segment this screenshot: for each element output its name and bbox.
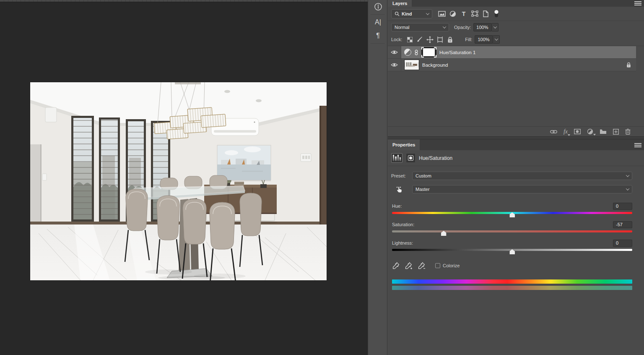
panel-column: Layers Kind bbox=[388, 0, 644, 355]
layer-list: Hue/Saturation 1 bbox=[388, 46, 636, 71]
document-image[interactable] bbox=[30, 82, 327, 280]
fill-value[interactable]: 100% bbox=[475, 35, 493, 44]
subtract-sample-eyedropper-button[interactable] bbox=[418, 262, 426, 269]
filter-smart-objects-button[interactable] bbox=[480, 9, 491, 18]
saturation-slider[interactable] bbox=[392, 229, 632, 236]
eye-icon bbox=[391, 50, 398, 55]
filter-pixel-layers-button[interactable] bbox=[436, 9, 447, 18]
spectrum-after-bar bbox=[392, 286, 632, 290]
paragraph-panel-button[interactable]: ¶ bbox=[368, 29, 388, 42]
filter-adjustment-layers-button[interactable] bbox=[447, 9, 458, 18]
artboard-icon bbox=[436, 37, 444, 43]
layer-list-empty-area bbox=[388, 71, 644, 126]
filter-type-layers-button[interactable]: T bbox=[458, 9, 469, 18]
blend-mode-dropdown[interactable]: Normal bbox=[391, 23, 449, 31]
fill-dropdown-arrow[interactable] bbox=[493, 35, 500, 44]
layer-row-background[interactable]: Background bbox=[388, 59, 636, 71]
add-mask-icon bbox=[574, 129, 581, 134]
targeted-adjustment-tool[interactable] bbox=[391, 185, 409, 193]
photoshop-workspace: A| ¶ Layers Kind bbox=[0, 0, 644, 355]
preset-label: Preset: bbox=[391, 173, 409, 178]
hand-pointer-icon bbox=[396, 185, 404, 193]
eye-icon bbox=[391, 63, 398, 67]
lightness-value-input[interactable]: 0 bbox=[613, 240, 632, 247]
lightness-label: Lightness: bbox=[392, 240, 413, 245]
character-panel-button[interactable]: A| bbox=[368, 16, 388, 29]
spectrum-before-bar bbox=[392, 279, 632, 284]
channel-row: Master bbox=[388, 183, 644, 196]
opacity-value[interactable]: 100% bbox=[473, 23, 492, 31]
dining-room-photo bbox=[30, 82, 327, 280]
dock-separator bbox=[371, 14, 384, 15]
hsl-sliders: Hue: 0 Saturation: -57 Lightness: 0 bbox=[388, 196, 644, 254]
toggle-icon bbox=[494, 10, 499, 18]
canvas-area[interactable] bbox=[0, 0, 368, 355]
lock-label: Lock: bbox=[391, 37, 402, 42]
properties-header: Hue/Saturation bbox=[388, 150, 644, 166]
adjustment-circle-icon bbox=[587, 128, 593, 135]
lock-position-button[interactable] bbox=[425, 35, 435, 44]
shape-icon bbox=[471, 10, 478, 17]
mask-settings-icon[interactable] bbox=[406, 153, 415, 163]
add-sample-eyedropper-button[interactable] bbox=[405, 262, 413, 269]
preset-dropdown[interactable]: Custom bbox=[412, 172, 632, 180]
link-layers-button[interactable] bbox=[550, 130, 557, 134]
channel-value: Master bbox=[415, 187, 430, 192]
layers-tabbar: Layers bbox=[388, 0, 644, 7]
lock-all-button[interactable] bbox=[445, 35, 455, 44]
new-adjustment-layer-button[interactable] bbox=[587, 128, 593, 135]
opacity-dropdown-arrow[interactable] bbox=[492, 23, 499, 31]
new-layer-button[interactable] bbox=[613, 129, 619, 135]
lock-pixels-button[interactable] bbox=[415, 35, 425, 44]
panel-divider[interactable] bbox=[388, 136, 644, 139]
layer-thumbnail[interactable] bbox=[404, 60, 419, 70]
link-icon bbox=[550, 130, 557, 134]
adjustment-settings-icon[interactable] bbox=[391, 153, 402, 163]
type-icon: T bbox=[462, 10, 466, 17]
layer-row-hue-saturation[interactable]: Hue/Saturation 1 bbox=[388, 46, 636, 59]
blend-mode-row: Normal Opacity: 100% bbox=[388, 21, 644, 33]
new-group-button[interactable] bbox=[600, 129, 607, 134]
filter-shape-layers-button[interactable] bbox=[469, 9, 480, 18]
lock-artboard-button[interactable] bbox=[435, 35, 445, 44]
tab-properties[interactable]: Properties bbox=[388, 139, 420, 150]
properties-panel-menu-icon[interactable] bbox=[634, 143, 641, 147]
trash-icon bbox=[625, 128, 631, 135]
layer-visibility-toggle[interactable] bbox=[388, 59, 401, 71]
layer-style-button[interactable]: fx bbox=[564, 128, 568, 135]
info-panel-button[interactable] bbox=[368, 0, 388, 13]
tab-layers[interactable]: Layers bbox=[388, 0, 412, 7]
character-panel-icon: A| bbox=[375, 18, 381, 26]
smart-object-icon bbox=[482, 10, 489, 17]
hue-value-input[interactable]: 0 bbox=[613, 203, 632, 210]
adjustment-layer-icon[interactable] bbox=[404, 49, 411, 56]
plus-square-icon bbox=[613, 129, 619, 135]
hue-slider[interactable] bbox=[392, 211, 632, 217]
colorize-checkbox[interactable] bbox=[435, 263, 440, 268]
eyedropper-minus-icon bbox=[418, 262, 426, 269]
eyedropper-row: Colorize bbox=[388, 258, 644, 274]
filter-toggle-switch[interactable] bbox=[491, 9, 502, 18]
layer-name[interactable]: Background bbox=[422, 63, 448, 68]
layer-visibility-toggle[interactable] bbox=[388, 46, 401, 58]
delete-layer-button[interactable] bbox=[625, 128, 631, 135]
saturation-value-input[interactable]: -57 bbox=[613, 221, 632, 228]
layers-panel-menu-icon[interactable] bbox=[634, 1, 641, 5]
padlock-icon bbox=[626, 62, 631, 68]
lightness-slider[interactable] bbox=[392, 248, 632, 254]
kind-filter-dropdown[interactable]: Kind bbox=[391, 9, 432, 18]
layer-mask-thumbnail[interactable] bbox=[421, 47, 436, 57]
eyedropper-button[interactable] bbox=[392, 262, 400, 269]
brush-icon bbox=[417, 37, 423, 43]
mask-link-icon bbox=[414, 50, 418, 55]
lock-transparency-button[interactable] bbox=[405, 35, 415, 44]
background-lock-icon[interactable] bbox=[626, 62, 631, 68]
channel-dropdown[interactable]: Master bbox=[412, 185, 632, 193]
properties-tabbar: Properties bbox=[388, 139, 644, 150]
layers-footer-toolbar: fx bbox=[388, 126, 644, 136]
info-icon bbox=[374, 3, 382, 11]
add-layer-mask-button[interactable] bbox=[574, 129, 581, 134]
paragraph-panel-icon: ¶ bbox=[376, 32, 380, 39]
layer-name[interactable]: Hue/Saturation 1 bbox=[439, 50, 475, 55]
colorize-option[interactable]: Colorize bbox=[435, 263, 460, 268]
